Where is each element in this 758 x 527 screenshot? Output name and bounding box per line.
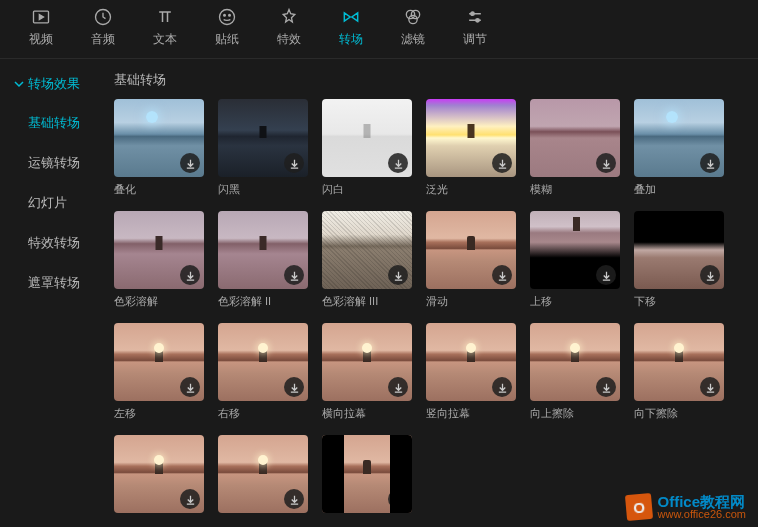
top-tab-text[interactable]: 文本: [148, 6, 182, 48]
sidebar: 转场效果 基础转场运镜转场幻灯片特效转场遮罩转场: [0, 59, 104, 527]
video-icon: [30, 6, 52, 28]
transition-thumb[interactable]: [634, 211, 724, 289]
download-button[interactable]: [596, 153, 616, 173]
transition-thumb[interactable]: [114, 323, 204, 401]
sidebar-item[interactable]: 基础转场: [0, 103, 104, 143]
transition-card: 色彩溶解: [114, 211, 204, 309]
download-button[interactable]: [180, 265, 200, 285]
transition-thumb[interactable]: [218, 99, 308, 177]
transition-thumb[interactable]: [322, 211, 412, 289]
top-tab-effect[interactable]: 特效: [272, 6, 306, 48]
top-tab-video[interactable]: 视频: [24, 6, 58, 48]
transition-thumb[interactable]: [426, 99, 516, 177]
transition-thumb[interactable]: [322, 435, 412, 513]
top-tab-transition[interactable]: 转场: [334, 6, 368, 48]
transition-label: 下移: [634, 294, 724, 309]
transition-thumb[interactable]: [530, 211, 620, 289]
chevron-down-icon: [14, 79, 24, 89]
transition-label: 横向拉幕: [322, 406, 412, 421]
download-button[interactable]: [700, 377, 720, 397]
top-tab-audio[interactable]: 音频: [86, 6, 120, 48]
top-tab-label: 音频: [91, 31, 115, 48]
adjust-icon: [464, 6, 486, 28]
download-button[interactable]: [388, 265, 408, 285]
download-button[interactable]: [284, 153, 304, 173]
transition-label: 左移: [114, 406, 204, 421]
sidebar-item[interactable]: 特效转场: [0, 223, 104, 263]
top-tab-label: 滤镜: [401, 31, 425, 48]
transition-label: 泛光: [426, 182, 516, 197]
download-button[interactable]: [284, 489, 304, 509]
transition-thumb[interactable]: [426, 323, 516, 401]
download-button[interactable]: [700, 153, 720, 173]
transition-thumb[interactable]: [218, 435, 308, 513]
top-tab-filter[interactable]: 滤镜: [396, 6, 430, 48]
sidebar-item[interactable]: 遮罩转场: [0, 263, 104, 303]
transition-thumb[interactable]: [322, 99, 412, 177]
transition-card: 横向拉幕: [322, 323, 412, 421]
top-tab-sticker[interactable]: 贴纸: [210, 6, 244, 48]
top-tab-label: 贴纸: [215, 31, 239, 48]
top-tab-label: 调节: [463, 31, 487, 48]
download-button[interactable]: [284, 265, 304, 285]
transition-card: 向上擦除: [530, 323, 620, 421]
content-panel: 基础转场 叠化闪黑闪白泛光模糊叠加色彩溶解色彩溶解 II色彩溶解 III滑动上移…: [104, 59, 758, 527]
top-tab-label: 文本: [153, 31, 177, 48]
download-button[interactable]: [700, 265, 720, 285]
transition-thumb[interactable]: [322, 323, 412, 401]
transition-thumb[interactable]: [218, 211, 308, 289]
section-title: 基础转场: [114, 71, 748, 89]
transition-thumb[interactable]: [218, 323, 308, 401]
transition-label: 闪黑: [218, 182, 308, 197]
download-button[interactable]: [596, 377, 616, 397]
svg-point-8: [471, 12, 474, 15]
transition-card: 左移: [114, 323, 204, 421]
download-button[interactable]: [596, 265, 616, 285]
sidebar-header[interactable]: 转场效果: [0, 67, 104, 103]
transition-label: 叠加: [634, 182, 724, 197]
audio-icon: [92, 6, 114, 28]
transition-thumb[interactable]: [530, 323, 620, 401]
sidebar-item[interactable]: 运镜转场: [0, 143, 104, 183]
svg-point-6: [411, 10, 419, 18]
download-button[interactable]: [180, 489, 200, 509]
transition-card: [218, 435, 308, 518]
transition-thumb[interactable]: [114, 435, 204, 513]
download-button[interactable]: [284, 377, 304, 397]
transition-label: 滑动: [426, 294, 516, 309]
transition-label: 色彩溶解 II: [218, 294, 308, 309]
svg-point-3: [224, 15, 226, 17]
transition-thumb[interactable]: [634, 99, 724, 177]
download-button[interactable]: [388, 377, 408, 397]
svg-point-4: [229, 15, 231, 17]
download-button[interactable]: [492, 377, 512, 397]
transition-card: 右移: [218, 323, 308, 421]
transition-thumb[interactable]: [114, 211, 204, 289]
top-tab-adjust[interactable]: 调节: [458, 6, 492, 48]
transition-card: 竖向拉幕: [426, 323, 516, 421]
top-tab-label: 转场: [339, 31, 363, 48]
download-button[interactable]: [492, 153, 512, 173]
sticker-icon: [216, 6, 238, 28]
transition-thumb[interactable]: [426, 211, 516, 289]
download-button[interactable]: [180, 377, 200, 397]
sidebar-header-label: 转场效果: [28, 75, 80, 93]
effect-icon: [278, 6, 300, 28]
transition-card: 叠化: [114, 99, 204, 197]
transition-thumb[interactable]: [530, 99, 620, 177]
transition-label: 闪白: [322, 182, 412, 197]
download-button[interactable]: [492, 265, 512, 285]
download-button[interactable]: [388, 153, 408, 173]
transition-card: 闪白: [322, 99, 412, 197]
transition-card: [322, 435, 412, 518]
sidebar-item[interactable]: 幻灯片: [0, 183, 104, 223]
svg-point-7: [409, 15, 417, 23]
download-button[interactable]: [388, 489, 408, 509]
transition-thumb[interactable]: [634, 323, 724, 401]
transition-label: 模糊: [530, 182, 620, 197]
transition-card: 模糊: [530, 99, 620, 197]
transition-thumb[interactable]: [114, 99, 204, 177]
transition-card: 叠加: [634, 99, 724, 197]
download-button[interactable]: [180, 153, 200, 173]
transition-card: 上移: [530, 211, 620, 309]
